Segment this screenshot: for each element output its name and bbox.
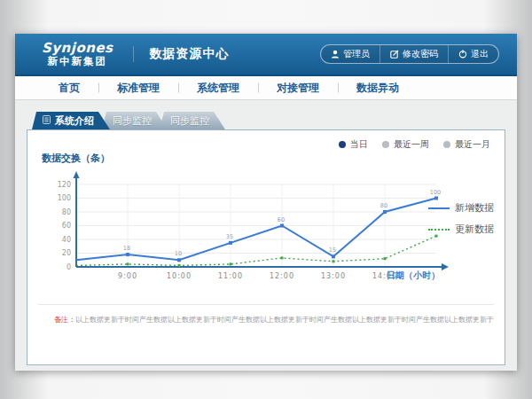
tab-system-intro-label: 系统介绍 bbox=[55, 114, 94, 128]
x-axis-title: 日期（小时） bbox=[387, 270, 440, 282]
y-axis-title: 数据交换（条） bbox=[42, 152, 110, 165]
logout-button[interactable]: 退出 bbox=[448, 45, 498, 63]
logout-icon bbox=[458, 50, 467, 59]
svg-text:9:00: 9:00 bbox=[118, 272, 137, 280]
tab-sync-monitor-2-label: 同步监控 bbox=[170, 114, 209, 128]
svg-text:20: 20 bbox=[62, 249, 71, 257]
user-icon bbox=[331, 50, 340, 59]
svg-text:10: 10 bbox=[175, 250, 182, 257]
tab-sync-monitor-1[interactable]: 同步监控 bbox=[102, 112, 168, 129]
legend-line-solid-icon bbox=[428, 207, 450, 209]
logout-label: 退出 bbox=[471, 48, 489, 60]
range-option-last-week-label: 最近一周 bbox=[394, 138, 429, 151]
range-option-last-week[interactable]: 最近一周 bbox=[382, 138, 429, 151]
range-option-today[interactable]: 当日 bbox=[339, 138, 368, 151]
radio-icon bbox=[382, 141, 389, 148]
app-title: 数据资源中心 bbox=[133, 46, 230, 62]
footnote-label: 备注： bbox=[54, 316, 75, 324]
nav-item-interface-mgmt[interactable]: 对接管理 bbox=[258, 76, 338, 100]
svg-text:120: 120 bbox=[58, 181, 71, 189]
radio-icon bbox=[443, 141, 450, 148]
nav-item-home[interactable]: 首页 bbox=[40, 76, 98, 100]
svg-text:0: 0 bbox=[66, 263, 71, 271]
svg-text:35: 35 bbox=[226, 233, 233, 240]
legend-new-data-label: 新增数据 bbox=[455, 201, 494, 215]
svg-text:40: 40 bbox=[62, 236, 71, 244]
range-option-last-month[interactable]: 最近一月 bbox=[443, 138, 490, 151]
svg-text:60: 60 bbox=[278, 216, 285, 223]
change-password-button[interactable]: 修改密码 bbox=[379, 45, 448, 63]
legend-update-data-label: 更新数据 bbox=[455, 223, 494, 236]
document-icon bbox=[43, 115, 51, 127]
chart-legend: 新增数据 更新数据 bbox=[428, 201, 494, 236]
svg-text:11:00: 11:00 bbox=[218, 272, 243, 280]
radio-selected-icon bbox=[339, 141, 346, 148]
nav-item-system-mgmt[interactable]: 系统管理 bbox=[178, 76, 258, 100]
main-nav: 首页 标准管理 系统管理 对接管理 数据异动 bbox=[15, 76, 517, 100]
svg-text:15: 15 bbox=[329, 246, 336, 254]
svg-text:60: 60 bbox=[62, 222, 71, 230]
svg-text:80: 80 bbox=[380, 202, 387, 209]
app-header: Synjones 新中新集团 数据资源中心 管理员 修改密码 退出 bbox=[15, 34, 517, 76]
edit-icon bbox=[390, 50, 399, 59]
svg-text:80: 80 bbox=[62, 208, 71, 216]
svg-text:10:00: 10:00 bbox=[167, 272, 192, 280]
chart-panel: 当日 最近一周 最近一月 数据交换（条） 0204060801001209:00… bbox=[27, 129, 505, 365]
svg-text:12:00: 12:00 bbox=[270, 272, 294, 280]
legend-item-new-data: 新增数据 bbox=[428, 201, 494, 215]
legend-line-dotted-icon bbox=[428, 229, 450, 231]
legend-item-update-data: 更新数据 bbox=[428, 223, 494, 236]
tab-sync-monitor-1-label: 同步监控 bbox=[113, 114, 152, 128]
time-range-options: 当日 最近一周 最近一月 bbox=[339, 138, 490, 151]
footnote: 备注：以上数据更新于时间产生数据以上数据更新于时间产生数据以上数据更新于时间产生… bbox=[54, 315, 497, 325]
brand-logo-secondary: 新中新集团 bbox=[42, 56, 113, 67]
divider bbox=[38, 304, 494, 305]
content-area: 系统介绍 同步监控 同步监控 当日 最近一周 bbox=[15, 100, 517, 371]
tab-sync-monitor-2[interactable]: 同步监控 bbox=[160, 112, 225, 129]
svg-text:100: 100 bbox=[430, 189, 441, 196]
tab-system-intro[interactable]: 系统介绍 bbox=[32, 112, 110, 129]
brand-logo: Synjones 新中新集团 bbox=[42, 41, 113, 66]
footnote-text: 以上数据更新于时间产生数据以上数据更新于时间产生数据以上数据更新于时间产生数据以… bbox=[75, 316, 494, 324]
range-option-today-label: 当日 bbox=[350, 138, 368, 151]
svg-text:18: 18 bbox=[123, 245, 130, 252]
range-option-last-month-label: 最近一月 bbox=[455, 138, 490, 151]
change-password-label: 修改密码 bbox=[403, 48, 438, 60]
app-window: Synjones 新中新集团 数据资源中心 管理员 修改密码 退出 bbox=[15, 34, 517, 371]
user-menu: 管理员 修改密码 退出 bbox=[320, 44, 499, 64]
nav-item-standard-mgmt[interactable]: 标准管理 bbox=[98, 76, 178, 100]
svg-text:13:00: 13:00 bbox=[321, 272, 346, 280]
brand-logo-primary: Synjones bbox=[42, 41, 113, 56]
admin-user-label: 管理员 bbox=[343, 48, 370, 60]
tab-bar: 系统介绍 同步监控 同步监控 bbox=[32, 112, 217, 129]
admin-user-button[interactable]: 管理员 bbox=[321, 45, 379, 63]
nav-item-data-change[interactable]: 数据异动 bbox=[338, 76, 418, 100]
svg-text:100: 100 bbox=[58, 194, 71, 202]
